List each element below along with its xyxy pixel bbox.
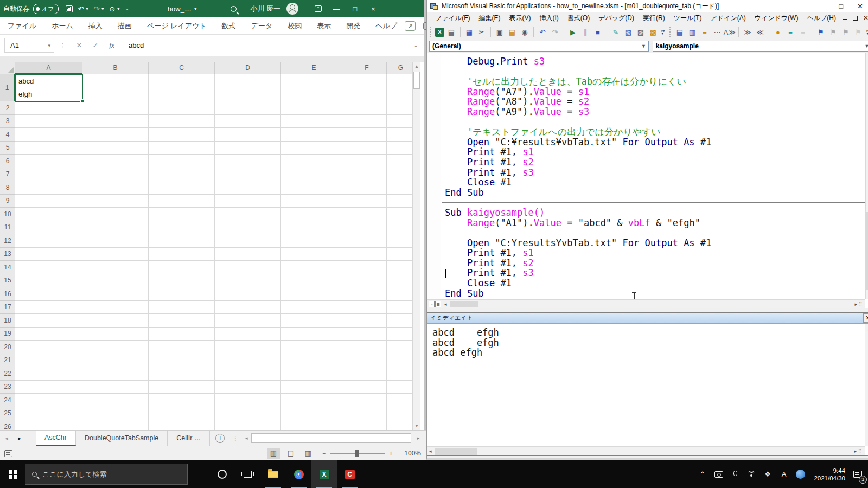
row-header-14[interactable]: 14 (0, 261, 15, 274)
ime-mode-indicator[interactable]: A (776, 460, 792, 488)
name-box[interactable]: A1▾ (4, 38, 54, 53)
ribbon-tab-ページ レイアウト[interactable]: ページ レイアウト (139, 17, 214, 34)
vba-minimize-button[interactable]: — (818, 2, 825, 10)
toolbar-overflow-icon[interactable]: ▸▸▾ (865, 29, 868, 35)
page-layout-view-button[interactable]: ▤ (284, 448, 297, 459)
object-combo[interactable]: (General)▼ (429, 41, 649, 52)
ribbon-display-options-button[interactable]: ⌃ (309, 0, 327, 17)
toolbar-overflow-icon[interactable]: ▸▸▾ (660, 29, 667, 35)
code-line-2[interactable] (445, 67, 711, 77)
code-line-8[interactable]: 'テキストファイルへの出力では分かりやすい (445, 127, 711, 137)
paste-icon[interactable]: ▤ (507, 27, 518, 37)
avatar[interactable] (286, 3, 298, 15)
vba-menu-アドイン(A)[interactable]: アドイン(A) (707, 12, 750, 24)
formula-bar-grip[interactable]: ⋮ (60, 43, 66, 48)
screen-recorder-tray-icon[interactable] (711, 460, 727, 488)
namebox-dropdown-icon[interactable]: ▾ (48, 43, 50, 48)
code-line-14[interactable]: End Sub (445, 188, 711, 198)
mdi-close-icon[interactable]: ✕ (863, 14, 868, 22)
ribbon-tab-校閲[interactable]: 校閲 (280, 17, 309, 34)
window-splitter[interactable] (427, 308, 868, 312)
undo-dropdown-icon[interactable]: ▾ (86, 7, 88, 11)
code-margin-bar[interactable] (427, 53, 441, 299)
complete-word-icon[interactable]: A≫ (724, 27, 735, 37)
scroll-up-icon[interactable]: ▲ (413, 62, 420, 70)
code-scroll-left-icon[interactable]: ◂ (443, 301, 449, 307)
immediate-scroll-up-icon[interactable]: ▲ (865, 325, 868, 333)
user-name[interactable]: 小川 慶一 (250, 4, 280, 14)
excel-taskbar-button[interactable]: X (311, 460, 337, 488)
row-header-4[interactable]: 4 (0, 128, 15, 142)
formula-bar-input[interactable]: abcd (129, 41, 414, 49)
code-line-15[interactable] (445, 197, 711, 208)
ribbon-tab-開発[interactable]: 開発 (339, 17, 368, 34)
zoom-out-icon[interactable]: − (322, 450, 326, 457)
redo-button[interactable]: ↷ (93, 5, 99, 12)
code-hscroll-thumb[interactable] (450, 301, 478, 307)
sheet-tab-DoubleQuoteTabSample[interactable]: DoubleQuoteTabSample (76, 431, 168, 446)
quick-info-icon[interactable]: ≡ (699, 27, 710, 37)
file-explorer-button[interactable] (260, 460, 286, 488)
next-bookmark-icon[interactable]: ⚑ (828, 27, 839, 37)
row-header-23[interactable]: 23 (0, 381, 15, 394)
close-button[interactable]: × (364, 0, 382, 17)
row-header-11[interactable]: 11 (0, 221, 15, 235)
redo-dropdown-icon[interactable]: ▾ (101, 7, 104, 11)
dropbox-tray-icon[interactable]: ❖ (760, 460, 776, 488)
select-all-corner[interactable] (0, 62, 15, 74)
row-header-10[interactable]: 10 (0, 208, 15, 221)
vba-menu-実行(R)[interactable]: 実行(R) (639, 12, 669, 24)
vba-menu-書式(O)[interactable]: 書式(O) (564, 12, 593, 24)
insert-function-icon[interactable]: fx (104, 41, 120, 50)
code-line-6[interactable]: Range("A9").Value = s3 (445, 107, 711, 117)
hscroll-thumb[interactable] (251, 433, 411, 443)
hidden-icons-chevron[interactable]: ⌃ (694, 460, 711, 488)
code-line-10[interactable]: Print #1, s1 (445, 147, 711, 157)
microphone-tray-icon[interactable] (727, 460, 743, 488)
row-header-17[interactable]: 17 (0, 301, 15, 314)
list-constants-icon[interactable]: ▥ (687, 27, 698, 37)
share-icon[interactable]: ↗ (405, 21, 416, 31)
code-scroll-down-icon[interactable]: ▼ (866, 290, 868, 298)
run-icon[interactable]: ▶ (567, 27, 578, 37)
row-header-6[interactable]: 6 (0, 155, 15, 168)
row-header-24[interactable]: 24 (0, 394, 15, 407)
page-break-view-button[interactable]: ▥ (302, 448, 315, 459)
cut-icon[interactable]: ✂ (476, 27, 487, 37)
column-header-D[interactable]: D (215, 62, 281, 74)
sheet-nav-next-icon[interactable]: ▸ (13, 431, 26, 446)
ribbon-tab-データ[interactable]: データ (244, 17, 280, 34)
code-line-3[interactable]: 'セルに出力したときは、Tabの存在は分かりにくい (445, 76, 711, 87)
previous-bookmark-icon[interactable]: ⚑ (840, 27, 851, 37)
start-button[interactable] (0, 460, 25, 488)
row-header-3[interactable]: 3 (0, 115, 15, 129)
vba-menu-表示(V)[interactable]: 表示(V) (505, 12, 534, 24)
code-line-22[interactable]: Print #1, s3 (445, 268, 711, 278)
code-line-9[interactable]: Open "C:¥results¥vbTab.txt" For Output A… (445, 137, 711, 147)
column-header-A[interactable]: A (15, 62, 82, 74)
parameter-info-icon[interactable]: ⋯ (712, 27, 723, 37)
sheet-nav-prev-icon[interactable]: ◂ (0, 431, 13, 446)
scroll-thumb[interactable] (413, 72, 420, 89)
code-window[interactable]: Debug.Print s3 'セルに出力したときは、Tabの存在は分かりにくい… (427, 53, 868, 308)
vba-menu-挿入(I)[interactable]: 挿入(I) (536, 12, 563, 24)
normal-view-button[interactable]: ▦ (267, 448, 280, 459)
toolbox-icon[interactable]: ▩ (648, 27, 659, 37)
redo-icon[interactable]: ↷ (550, 27, 560, 37)
scroll-right-icon[interactable]: ▸ (414, 433, 422, 444)
list-properties-icon[interactable]: ▤ (674, 27, 685, 37)
action-center-button[interactable]: 3 (847, 460, 868, 488)
vba-menu-ツール(T)[interactable]: ツール(T) (670, 12, 706, 24)
search-icon[interactable] (231, 6, 237, 12)
vba-menu-ウィンドウ(W)[interactable]: ウィンドウ(W) (751, 12, 802, 24)
code-text[interactable]: Debug.Print s3 'セルに出力したときは、Tabの存在は分かりにくい… (445, 56, 711, 298)
weather-tray-icon[interactable] (792, 460, 808, 488)
properties-window-icon[interactable]: ▨ (635, 27, 646, 37)
save-icon[interactable]: ▦ (464, 27, 475, 37)
row-header-7[interactable]: 7 (0, 168, 15, 182)
clear-bookmarks-icon[interactable]: ⚑ (853, 27, 864, 37)
procedure-view-icon[interactable]: ≡ (429, 301, 435, 307)
row-header-22[interactable]: 22 (0, 367, 15, 381)
ribbon-tab-挿入[interactable]: 挿入 (81, 17, 110, 34)
code-line-1[interactable]: Debug.Print s3 (445, 56, 711, 67)
